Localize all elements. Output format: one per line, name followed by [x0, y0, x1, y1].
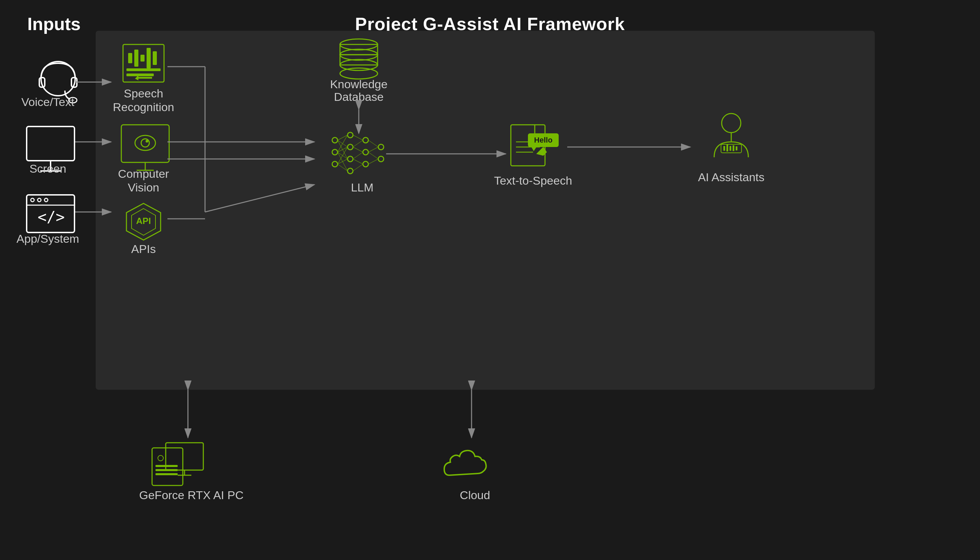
svg-point-71 [378, 144, 384, 150]
svg-line-83 [353, 135, 363, 140]
svg-rect-122 [156, 473, 178, 475]
svg-text:Database: Database [334, 90, 384, 103]
svg-text:GeForce RTX AI PC: GeForce RTX AI PC [139, 488, 243, 502]
svg-point-64 [347, 132, 353, 138]
diagram-svg: </> Voice/Text Screen App/System [0, 0, 980, 560]
computer-vision-node [121, 125, 169, 170]
svg-line-87 [353, 159, 363, 164]
svg-rect-22 [134, 50, 138, 67]
svg-point-35 [141, 139, 149, 147]
svg-line-50 [205, 185, 314, 212]
svg-line-86 [353, 152, 363, 159]
svg-point-119 [158, 455, 163, 461]
svg-text:Cloud: Cloud [460, 488, 490, 502]
svg-text:API: API [136, 216, 151, 226]
svg-rect-4 [27, 127, 75, 161]
svg-point-69 [363, 149, 368, 155]
svg-rect-109 [729, 146, 731, 151]
svg-text:Computer: Computer [118, 167, 169, 180]
svg-rect-110 [733, 145, 734, 151]
svg-rect-107 [723, 146, 725, 151]
svg-rect-24 [146, 48, 151, 68]
speech-recognition-node [123, 45, 164, 82]
svg-text:Text-to-Speech: Text-to-Speech [494, 174, 572, 187]
svg-rect-111 [736, 146, 737, 150]
svg-point-67 [347, 168, 353, 174]
apis-node: API [126, 203, 161, 240]
svg-point-66 [347, 156, 353, 162]
svg-line-82 [337, 164, 347, 171]
svg-rect-25 [153, 51, 157, 65]
svg-point-9 [31, 198, 34, 202]
svg-point-68 [363, 137, 368, 143]
svg-rect-27 [126, 73, 154, 76]
svg-text:Hello: Hello [534, 136, 553, 144]
svg-text:</>: </> [38, 208, 65, 226]
knowledge-db-node [340, 39, 377, 79]
svg-rect-23 [140, 55, 145, 62]
svg-point-61 [332, 137, 337, 143]
svg-text:Speech: Speech [124, 87, 163, 100]
svg-point-36 [146, 140, 148, 143]
app-system-label: App/System [17, 232, 79, 245]
svg-point-11 [45, 198, 48, 202]
svg-line-91 [368, 152, 378, 159]
svg-marker-100 [532, 147, 537, 151]
svg-rect-120 [156, 465, 178, 467]
svg-text:AI Assistants: AI Assistants [698, 171, 765, 183]
svg-line-85 [353, 147, 363, 152]
svg-line-88 [353, 164, 363, 171]
svg-point-70 [363, 162, 368, 167]
svg-point-72 [378, 156, 384, 162]
svg-rect-108 [726, 145, 728, 152]
svg-point-65 [347, 144, 353, 150]
cloud-icon [444, 451, 486, 475]
svg-text:Recognition: Recognition [113, 100, 174, 113]
svg-text:APIs: APIs [131, 242, 156, 255]
svg-rect-26 [126, 68, 161, 71]
svg-point-63 [332, 162, 337, 167]
svg-rect-31 [121, 125, 169, 162]
svg-line-84 [353, 140, 363, 147]
svg-text:Vision: Vision [128, 181, 159, 194]
llm-node [332, 132, 384, 174]
svg-line-89 [368, 140, 378, 147]
svg-point-62 [332, 149, 337, 155]
svg-point-104 [722, 113, 741, 133]
svg-text:Knowledge: Knowledge [330, 78, 387, 91]
svg-line-90 [368, 147, 378, 152]
svg-rect-121 [156, 469, 178, 471]
app-system-icon: </> [27, 195, 75, 232]
tts-node: Hello [511, 125, 559, 166]
svg-point-34 [135, 135, 156, 150]
geforce-rtx-icon [152, 443, 203, 485]
voice-text-label: Voice/Text [22, 95, 75, 108]
svg-point-10 [38, 198, 41, 202]
svg-rect-21 [128, 53, 132, 63]
svg-text:LLM: LLM [351, 181, 374, 194]
ai-assistants-node [714, 113, 748, 157]
svg-line-92 [368, 159, 378, 164]
screen-label: Screen [29, 162, 66, 175]
